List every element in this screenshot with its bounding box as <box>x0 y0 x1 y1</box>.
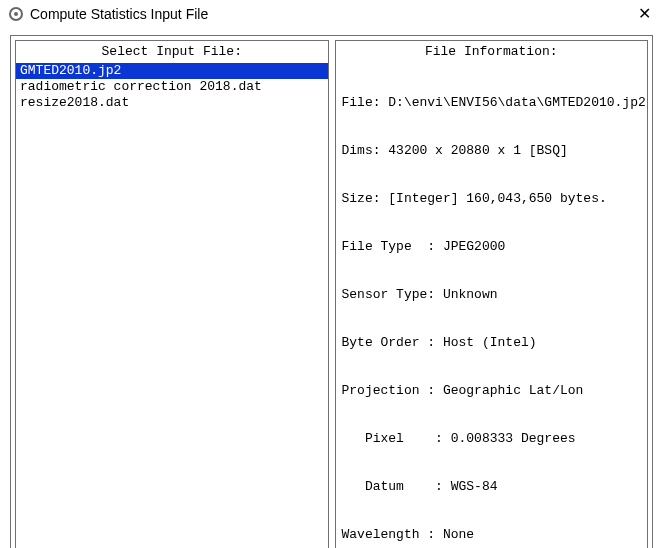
title-bar: Compute Statistics Input File ✕ <box>0 0 663 27</box>
panels-container: Select Input File: GMTED2010.jp2 radiome… <box>10 35 653 548</box>
select-input-file-panel: Select Input File: GMTED2010.jp2 radiome… <box>15 40 329 548</box>
info-line: Projection : Geographic Lat/Lon <box>342 383 642 399</box>
close-icon[interactable]: ✕ <box>634 4 655 23</box>
info-line: File Type : JPEG2000 <box>342 239 642 255</box>
file-information-title: File Information: <box>336 41 648 63</box>
info-line: Dims: 43200 x 20880 x 1 [BSQ] <box>342 143 642 159</box>
select-input-file-title: Select Input File: <box>16 41 328 63</box>
app-icon <box>8 6 24 22</box>
info-line: Size: [Integer] 160,043,650 bytes. <box>342 191 642 207</box>
file-list-item[interactable]: GMTED2010.jp2 <box>16 63 328 79</box>
file-list-item[interactable]: resize2018.dat <box>16 95 328 111</box>
info-line: Pixel : 0.008333 Degrees <box>342 431 642 447</box>
input-file-list[interactable]: GMTED2010.jp2 radiometric correction 201… <box>16 63 328 111</box>
info-line: Sensor Type: Unknown <box>342 287 642 303</box>
info-line: Datum : WGS-84 <box>342 479 642 495</box>
file-information-panel: File Information: File: D:\envi\ENVI56\d… <box>335 40 649 548</box>
window-title: Compute Statistics Input File <box>30 6 208 22</box>
info-line: File: D:\envi\ENVI56\data\GMTED2010.jp2 <box>342 95 642 111</box>
file-information-body: File: D:\envi\ENVI56\data\GMTED2010.jp2 … <box>336 63 648 548</box>
info-line: Wavelength : None <box>342 527 642 543</box>
info-line: Byte Order : Host (Intel) <box>342 335 642 351</box>
svg-point-1 <box>14 12 18 16</box>
file-list-item[interactable]: radiometric correction 2018.dat <box>16 79 328 95</box>
